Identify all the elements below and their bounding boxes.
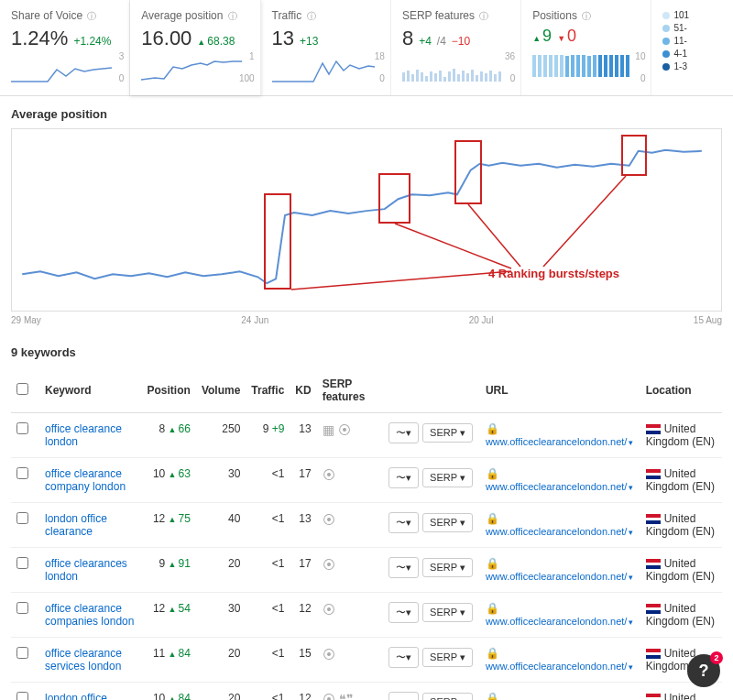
svg-rect-17 <box>480 71 483 82</box>
row-checkbox[interactable] <box>16 422 28 434</box>
flag-uk-icon <box>646 424 661 434</box>
serp-button[interactable]: SERP ▾ <box>422 648 473 667</box>
kd-value: 17 <box>290 458 316 503</box>
card-value: 13 <box>272 27 294 50</box>
legend-label: 101 <box>673 9 689 22</box>
trend-button[interactable]: 〜▾ <box>388 647 419 668</box>
select-all-checkbox[interactable] <box>16 383 28 395</box>
annotation-label: 4 Ranking bursts/steps <box>488 267 619 280</box>
chart-date: 29 May <box>11 315 41 325</box>
legend-item: 1-3 <box>662 60 722 73</box>
keyword-link[interactable]: office clearance companies london <box>45 602 134 628</box>
trend-button[interactable]: 〜▾ <box>388 602 419 623</box>
keyword-link[interactable]: office clearance company london <box>45 467 126 493</box>
volume-value: 20 <box>196 683 246 701</box>
serp-button[interactable]: SERP ▾ <box>422 423 473 443</box>
main-chart-section: Average position 4 Ranking bursts/steps … <box>0 96 733 336</box>
svg-rect-7 <box>434 73 437 82</box>
serp-button[interactable]: SERP ▾ <box>422 468 473 487</box>
chevron-down-icon[interactable]: ▾ <box>629 528 633 537</box>
position-delta: 84 <box>169 692 191 700</box>
info-icon[interactable]: ⓘ <box>307 11 316 21</box>
chart-date: 24 Jun <box>241 315 268 325</box>
th-location[interactable]: Location <box>640 368 722 413</box>
serp-features-cell: ⦿ <box>317 593 381 638</box>
flag-uk-icon <box>646 469 661 479</box>
lock-icon: 🔒 <box>486 692 499 700</box>
url-link[interactable]: www.officeclearancelondon.net/ <box>486 571 628 582</box>
svg-rect-1 <box>407 71 410 82</box>
chevron-down-icon[interactable]: ▾ <box>629 438 633 447</box>
row-checkbox[interactable] <box>16 467 28 479</box>
keyword-link[interactable]: london office clearance <box>45 512 107 538</box>
info-icon[interactable]: ⓘ <box>87 11 96 21</box>
chart-container[interactable]: 4 Ranking bursts/steps <box>11 128 722 312</box>
spark-tick: 0 <box>119 73 125 83</box>
url-link[interactable]: www.officeclearancelondon.net/ <box>486 661 628 672</box>
card-share-of-voice[interactable]: Share of Voice ⓘ 1.24% +1.24% 3 0 <box>0 0 130 95</box>
info-icon[interactable]: ⓘ <box>228 11 237 21</box>
help-button[interactable]: ? 2 <box>687 654 720 687</box>
annotation-box <box>264 193 291 290</box>
serp-button[interactable]: SERP ▾ <box>422 513 473 532</box>
th-url[interactable]: URL <box>480 368 640 413</box>
keyword-link[interactable]: london office clearances <box>45 692 107 700</box>
help-icon: ? <box>699 662 709 681</box>
serp-button[interactable]: SERP ▾ <box>422 558 473 577</box>
help-badge: 2 <box>710 651 723 664</box>
sparkline-bars <box>532 51 640 79</box>
keyword-link[interactable]: office clearance services london <box>45 647 122 673</box>
kd-value: 12 <box>290 593 316 638</box>
trend-button[interactable]: 〜▾ <box>388 557 419 578</box>
card-positions[interactable]: Positions ⓘ 9 0 10 0 <box>521 0 651 95</box>
th-position[interactable]: Position <box>142 368 196 413</box>
url-link[interactable]: www.officeclearancelondon.net/ <box>486 481 628 492</box>
serp-button[interactable]: SERP ▾ <box>422 693 473 700</box>
th-kd[interactable]: KD <box>290 368 316 413</box>
row-checkbox[interactable] <box>16 512 28 524</box>
row-checkbox[interactable] <box>16 647 28 659</box>
card-average-position[interactable]: Average position ⓘ 16.00 68.38 1 100 <box>130 0 260 95</box>
volume-value: 20 <box>196 548 246 593</box>
th-keyword[interactable]: Keyword <box>39 368 142 413</box>
position-value: 10 <box>153 467 165 480</box>
trend-button[interactable]: 〜▾ <box>388 692 419 700</box>
info-icon[interactable]: ⓘ <box>582 11 591 21</box>
card-title: Positions <box>532 9 577 22</box>
traffic-value: <1 <box>272 467 285 480</box>
th-traffic[interactable]: Traffic <box>246 368 290 413</box>
svg-rect-25 <box>549 55 552 77</box>
chart-x-axis: 29 May 24 Jun 20 Jul 15 Aug <box>11 315 722 325</box>
serp-button[interactable]: SERP ▾ <box>422 603 473 622</box>
row-checkbox[interactable] <box>16 692 28 700</box>
th-serp-features[interactable]: SERP features <box>317 368 381 413</box>
url-link[interactable]: www.officeclearancelondon.net/ <box>486 526 628 537</box>
row-checkbox[interactable] <box>16 557 28 569</box>
url-link[interactable]: www.officeclearancelondon.net/ <box>486 616 628 627</box>
card-traffic[interactable]: Traffic ⓘ 13 +13 18 0 <box>261 0 391 95</box>
chevron-down-icon[interactable]: ▾ <box>629 662 633 672</box>
serp-features-cell: ⦿ <box>317 638 381 683</box>
position-delta: 66 <box>169 422 191 435</box>
annotation-box <box>621 135 647 176</box>
card-value: 1.24% <box>11 27 68 50</box>
location-value: United <box>664 692 696 700</box>
local-icon: ⦿ <box>323 467 335 482</box>
url-link[interactable]: www.officeclearancelondon.net/ <box>486 436 628 447</box>
chevron-down-icon[interactable]: ▾ <box>629 573 633 582</box>
trend-button[interactable]: 〜▾ <box>388 512 419 533</box>
kd-value: 13 <box>290 413 316 458</box>
trend-button[interactable]: 〜▾ <box>388 422 419 443</box>
trend-button[interactable]: 〜▾ <box>388 467 419 488</box>
chevron-down-icon[interactable]: ▾ <box>629 483 633 492</box>
keyword-link[interactable]: office clearances london <box>45 557 127 583</box>
keyword-link[interactable]: office clearance london <box>45 422 122 448</box>
local-icon: ⦿ <box>323 692 335 700</box>
th-volume[interactable]: Volume <box>196 368 246 413</box>
svg-rect-3 <box>416 70 419 82</box>
chevron-down-icon[interactable]: ▾ <box>629 618 633 627</box>
svg-rect-9 <box>443 77 446 82</box>
card-serp-features[interactable]: SERP features ⓘ 8 +4 /4 −10 36 0 <box>391 0 521 95</box>
info-icon[interactable]: ⓘ <box>479 11 488 21</box>
row-checkbox[interactable] <box>16 602 28 614</box>
